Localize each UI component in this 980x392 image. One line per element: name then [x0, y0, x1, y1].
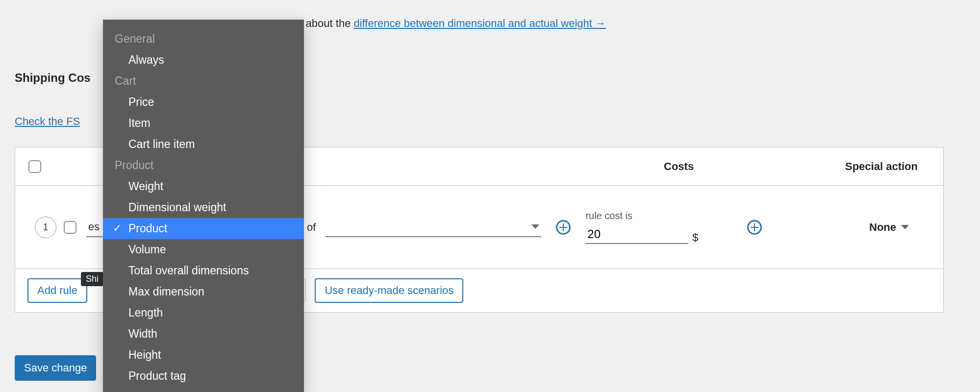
select-all-checkbox[interactable] [28, 160, 41, 173]
cost-label: rule cost is [585, 210, 732, 221]
dimensional-weight-link[interactable]: difference between dimensional and actua… [353, 17, 605, 29]
row-checkbox[interactable] [64, 221, 76, 234]
cost-block: rule cost is $ [585, 210, 732, 244]
dropdown-group-label: General [103, 28, 304, 49]
chevron-down-icon [531, 224, 539, 229]
fs-docs-link[interactable]: Check the FS [15, 115, 80, 128]
dropdown-group-label: Product [103, 155, 304, 176]
dropdown-item[interactable]: Width [103, 323, 304, 344]
row-index: 1 [35, 217, 56, 238]
condition-value-select[interactable] [326, 218, 541, 237]
dropdown-item[interactable]: Item [103, 113, 304, 134]
dropdown-item[interactable]: Weight [103, 176, 304, 197]
dropdown-item[interactable]: Price [103, 92, 304, 113]
dropdown-item[interactable]: Dimensional weight [103, 197, 304, 218]
dropdown-item[interactable]: Length [103, 302, 304, 323]
ready-made-scenarios-button[interactable]: Use ready-made scenarios [315, 278, 463, 303]
dropdown-item[interactable]: Total overall dimensions [103, 260, 304, 281]
dropdown-item[interactable]: Always [103, 49, 304, 71]
add-condition-button[interactable] [556, 220, 571, 235]
column-header-costs: Costs [664, 160, 845, 173]
add-cost-button[interactable] [747, 220, 762, 235]
dropdown-item[interactable]: Cart line item [103, 134, 304, 155]
chevron-down-icon [901, 225, 909, 229]
dropdown-item[interactable]: Volume [103, 239, 304, 260]
condition-type-dropdown[interactable]: GeneralAlwaysCartPriceItemCart line item… [103, 20, 304, 392]
dropdown-item[interactable]: Product [103, 218, 304, 239]
column-header-special-action: Special action [845, 160, 943, 173]
tooltip: Shi [81, 272, 103, 286]
section-shipping-cost-title: Shipping Cos [15, 71, 91, 85]
add-rule-button[interactable]: Add rule [27, 278, 87, 303]
dropdown-group-label: Cart [103, 71, 304, 92]
special-action-value: None [869, 221, 896, 234]
save-changes-button[interactable]: Save change [15, 355, 96, 381]
dropdown-item[interactable]: Max dimension [103, 281, 304, 302]
currency-symbol: $ [692, 231, 698, 244]
dropdown-item[interactable]: Product tag [103, 366, 304, 387]
cost-input[interactable] [585, 225, 688, 244]
of-label: of [307, 221, 316, 234]
special-action-select[interactable]: None [869, 221, 909, 234]
condition-type-value: es [88, 220, 100, 233]
dropdown-item[interactable]: Height [103, 344, 304, 366]
